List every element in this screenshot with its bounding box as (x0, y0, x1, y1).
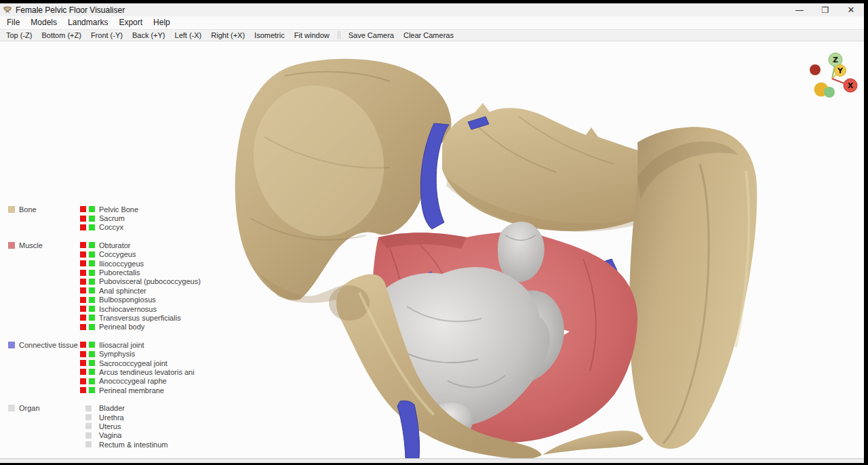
axis-ball-neg-x[interactable] (810, 64, 821, 75)
legend-item-label: Arcus tendineus levatoris ani (99, 368, 195, 376)
legend-item-label: Vagina (99, 431, 121, 439)
legend-item: Vagina (80, 431, 167, 440)
hide-checkbox[interactable] (80, 360, 86, 366)
hide-checkbox[interactable] (80, 369, 86, 375)
hide-checkbox[interactable] (80, 342, 86, 348)
show-checkbox[interactable] (89, 369, 95, 375)
hide-checkbox[interactable] (80, 216, 86, 222)
legend-item-label: Transversus superficialis (99, 314, 181, 322)
legend-category: Bone (8, 205, 80, 214)
axis-y-label: Y (837, 66, 844, 75)
legend: Bone Pelvic Bone Sacrum Coccyx Muscle Ob… (8, 205, 201, 458)
show-checkbox[interactable] (89, 342, 95, 348)
legend-item: Bulbospongiosus (80, 296, 201, 304)
legend-item-list: Iliosacral joint Symphysis Sacrococcygea… (80, 340, 195, 395)
legend-category-label: Bone (19, 205, 37, 214)
window-title: Female Pelvic Floor Visualiser (16, 5, 125, 15)
show-checkbox[interactable] (89, 378, 95, 384)
legend-item-list: Pelvic Bone Sacrum Coccyx (80, 205, 138, 232)
legend-category: Muscle (8, 241, 80, 249)
legend-item-label: Urethra (99, 413, 124, 422)
show-checkbox[interactable] (89, 287, 95, 294)
window-controls: — ❐ ✕ (787, 3, 864, 16)
view-button[interactable]: Left (-X) (170, 31, 207, 39)
show-checkbox[interactable] (89, 315, 95, 321)
hide-checkbox[interactable] (80, 297, 86, 303)
hide-checkbox[interactable] (80, 306, 86, 312)
view-button[interactable]: Back (+Y) (127, 31, 170, 39)
legend-item: Iliococcygeus (80, 259, 201, 268)
window-bottom-frame (0, 458, 864, 463)
hide-checkbox[interactable] (80, 287, 86, 294)
hide-checkbox[interactable] (80, 324, 86, 330)
menu-item[interactable]: Help (148, 16, 176, 29)
legend-item-label: Puborectalis (99, 268, 140, 277)
menu-item[interactable]: File (1, 16, 25, 29)
menu-item[interactable]: Export (113, 16, 148, 29)
legend-category-swatch (8, 405, 15, 411)
show-checkbox[interactable] (89, 297, 95, 303)
legend-item: Coccyx (80, 223, 138, 232)
legend-item: Pelvic Bone (80, 205, 138, 214)
legend-item-label: Perineal membrane (99, 386, 164, 395)
hide-checkbox[interactable] (80, 315, 86, 321)
legend-item-label: Pubovisceral (pubococcygeus) (99, 277, 201, 285)
show-checkbox[interactable] (89, 216, 95, 222)
show-checkbox[interactable] (89, 206, 95, 212)
hide-checkbox[interactable] (80, 251, 86, 258)
show-checkbox[interactable] (89, 224, 95, 230)
view-button[interactable]: Front (-Y) (86, 31, 127, 39)
legend-item: Ischiocavernosus (80, 304, 201, 313)
hide-checkbox[interactable] (80, 224, 86, 230)
show-checkbox[interactable] (89, 351, 95, 357)
hide-checkbox[interactable] (80, 206, 86, 212)
show-checkbox[interactable] (89, 360, 95, 366)
toolbar-separator (338, 31, 340, 39)
view-button[interactable]: Fit window (290, 31, 334, 39)
hide-checkbox[interactable] (80, 270, 86, 276)
show-checkbox[interactable] (89, 324, 95, 330)
legend-item-label: Coccygeus (99, 250, 136, 258)
hide-checkbox[interactable] (80, 279, 86, 285)
hide-checkbox[interactable] (80, 260, 86, 266)
view-button[interactable]: Isometric (250, 31, 290, 39)
disabled-checkbox[interactable] (85, 432, 92, 439)
hide-checkbox[interactable] (80, 242, 86, 248)
legend-item-label: Obturator (99, 241, 130, 249)
hide-checkbox[interactable] (80, 378, 86, 384)
disabled-checkbox[interactable] (85, 405, 92, 411)
axis-ball-neg-z[interactable] (824, 87, 835, 98)
minimize-button[interactable]: — (787, 3, 812, 16)
axis-orientation-widget[interactable]: Z Y X (802, 49, 864, 106)
disabled-checkbox[interactable] (85, 441, 92, 447)
legend-item: Anococcygeal raphe (80, 377, 195, 386)
view-button[interactable]: Top (-Z) (1, 31, 37, 39)
axis-z-label: Z (833, 56, 838, 64)
view-button[interactable]: Bottom (+Z) (37, 31, 86, 39)
menu-item[interactable]: Models (25, 16, 62, 29)
right-iliac-bone[interactable] (629, 127, 757, 449)
legend-item: Sacrum (80, 214, 138, 222)
hide-checkbox[interactable] (80, 351, 86, 357)
hide-checkbox[interactable] (80, 387, 86, 393)
show-checkbox[interactable] (89, 251, 95, 258)
show-checkbox[interactable] (89, 306, 95, 312)
close-button[interactable]: ✕ (838, 3, 864, 16)
show-checkbox[interactable] (89, 242, 95, 248)
legend-category-swatch (8, 206, 15, 213)
show-checkbox[interactable] (89, 279, 95, 285)
legend-item-label: Anococcygeal raphe (99, 377, 167, 385)
show-checkbox[interactable] (89, 270, 95, 276)
render-viewport[interactable]: Bone Pelvic Bone Sacrum Coccyx Muscle Ob… (0, 41, 864, 458)
axis-x-label: X (848, 81, 854, 90)
menu-item[interactable]: Landmarks (62, 16, 113, 29)
disabled-checkbox[interactable] (85, 414, 92, 420)
disabled-checkbox[interactable] (85, 423, 92, 429)
camera-button[interactable]: Save Camera (344, 31, 399, 39)
show-checkbox[interactable] (89, 387, 95, 393)
legend-item: Pubovisceral (pubococcygeus) (80, 277, 201, 286)
view-button[interactable]: Right (+X) (206, 31, 250, 39)
maximize-button[interactable]: ❐ (812, 3, 838, 16)
camera-button[interactable]: Clear Cameras (399, 31, 458, 39)
show-checkbox[interactable] (89, 260, 95, 266)
